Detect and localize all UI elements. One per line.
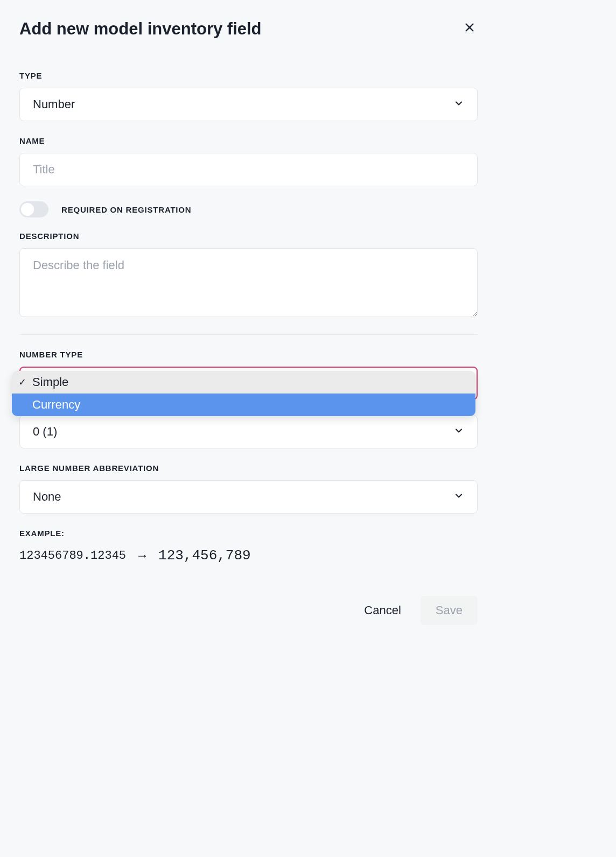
- name-field-group: NAME: [19, 136, 478, 186]
- add-field-modal: Add new model inventory field TYPE Numbe…: [0, 0, 497, 644]
- modal-header: Add new model inventory field: [19, 19, 478, 39]
- modal-title: Add new model inventory field: [19, 19, 262, 39]
- divider: [19, 334, 478, 335]
- abbreviation-field-group: LARGE NUMBER ABBREVIATION None: [19, 463, 478, 514]
- abbreviation-value: None: [33, 490, 61, 504]
- chevron-down-icon: [453, 425, 464, 438]
- abbreviation-select[interactable]: None: [19, 480, 478, 514]
- description-field-group: DESCRIPTION: [19, 231, 478, 319]
- type-label: TYPE: [19, 71, 478, 80]
- dropdown-option-currency[interactable]: Currency: [12, 394, 475, 416]
- type-value: Number: [33, 97, 75, 111]
- number-type-dropdown: ✓ Simple Currency: [12, 371, 475, 416]
- toggle-knob: [21, 203, 34, 216]
- name-input[interactable]: [19, 153, 478, 186]
- description-textarea[interactable]: [19, 248, 478, 317]
- type-field-group: TYPE Number: [19, 71, 478, 121]
- name-label: NAME: [19, 136, 478, 145]
- abbreviation-label: LARGE NUMBER ABBREVIATION: [19, 463, 478, 473]
- example-row: EXAMPLE: 123456789.12345 → 123,456,789: [19, 529, 478, 564]
- chevron-down-icon: [453, 490, 464, 503]
- number-type-container: ✓ Simple Currency: [19, 367, 478, 400]
- arrow-right-icon: →: [136, 548, 149, 563]
- number-type-label: NUMBER TYPE: [19, 350, 478, 359]
- dropdown-option-simple[interactable]: ✓ Simple: [12, 371, 475, 394]
- decimal-places-value: 0 (1): [33, 425, 57, 439]
- description-label: DESCRIPTION: [19, 231, 478, 241]
- example-input-value: 123456789.12345: [19, 549, 126, 563]
- modal-footer: Cancel Save: [19, 596, 478, 625]
- example-content: 123456789.12345 → 123,456,789: [19, 547, 478, 564]
- example-label: EXAMPLE:: [19, 529, 478, 538]
- check-icon: ✓: [18, 376, 29, 388]
- type-select[interactable]: Number: [19, 88, 478, 121]
- decimal-places-field-group: 0 (1): [19, 415, 478, 448]
- cancel-button[interactable]: Cancel: [349, 596, 416, 625]
- save-button[interactable]: Save: [421, 596, 478, 625]
- decimal-places-select[interactable]: 0 (1): [19, 415, 478, 448]
- required-toggle-row: REQUIRED ON REGISTRATION: [19, 201, 478, 217]
- example-output-value: 123,456,789: [158, 547, 251, 564]
- required-toggle[interactable]: [19, 201, 48, 217]
- chevron-down-icon: [453, 98, 464, 111]
- required-label: REQUIRED ON REGISTRATION: [61, 205, 191, 214]
- close-icon[interactable]: [461, 19, 478, 38]
